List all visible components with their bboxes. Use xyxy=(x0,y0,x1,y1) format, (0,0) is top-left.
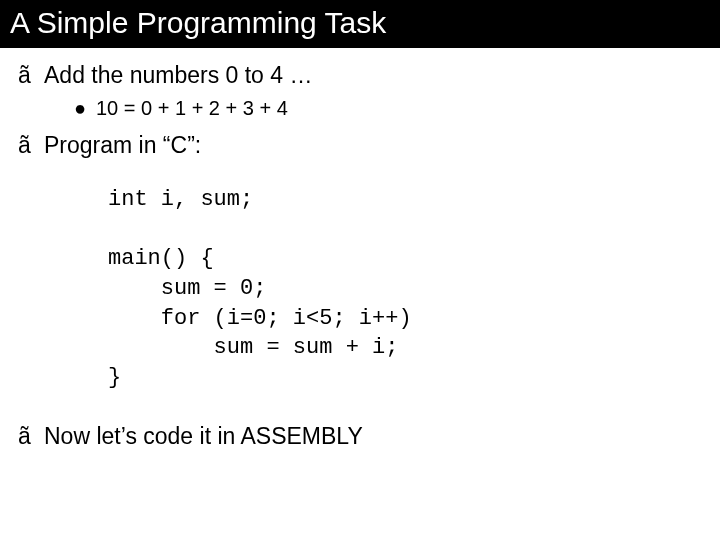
bullet-dot-icon: ● xyxy=(74,97,96,120)
slide-title: A Simple Programming Task xyxy=(0,0,720,48)
sub-bullet-text: 10 = 0 + 1 + 2 + 3 + 4 xyxy=(96,97,288,120)
bullet-text: Program in “C”: xyxy=(44,132,201,159)
bullet-icon: ã xyxy=(18,132,44,159)
bullet-item: ã Add the numbers 0 to 4 … xyxy=(0,58,720,93)
bullet-item: ã Program in “C”: xyxy=(0,128,720,163)
slide-content: ã Add the numbers 0 to 4 … ● 10 = 0 + 1 … xyxy=(0,48,720,454)
sub-bullet-item: ● 10 = 0 + 1 + 2 + 3 + 4 xyxy=(0,93,720,128)
code-block: int i, sum; main() { sum = 0; for (i=0; … xyxy=(0,163,720,419)
bullet-icon: ã xyxy=(18,423,44,450)
bullet-text: Add the numbers 0 to 4 … xyxy=(44,62,313,89)
bullet-item: ã Now let’s code it in ASSEMBLY xyxy=(0,419,720,454)
bullet-icon: ã xyxy=(18,62,44,89)
bullet-text: Now let’s code it in ASSEMBLY xyxy=(44,423,363,450)
